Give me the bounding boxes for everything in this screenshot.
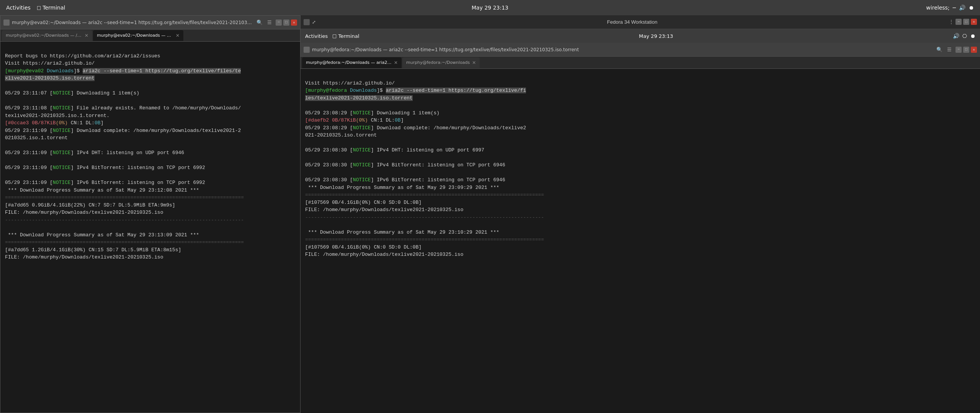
fedora-terminal-indicator: □ Terminal [332,33,359,39]
left-tab-2-close[interactable]: ✕ [176,33,180,38]
left-maximize-button[interactable]: □ [283,20,289,26]
system-datetime: May 29 23:13 [472,5,508,11]
line-notice2: 05/29 23:11:08 [NOTICE] File already exi… [5,105,241,119]
r-line-visit: Visit https://aria2.github.io/ [305,80,395,86]
network-icon[interactable]: ─ [953,5,956,11]
r-line-notice3: 05/29 23:08:30 [NOTICE] IPv4 DHT: listen… [305,147,484,153]
right-maximize-button[interactable]: □ [963,47,969,53]
left-tab-1-label: murphy@eva02:~/Downloads — /home/murphy/… [6,33,82,38]
fedora-window-topbar: ⤢ Fedora 34 Workstation ⋮ − □ ✕ [301,15,980,29]
fedora-close-button[interactable]: ✕ [971,19,977,25]
fedora-top-controls: ⋮ − □ ✕ [949,19,977,25]
fedora-top-left: ⤢ [304,19,316,25]
fedora-bar-right: 🔊 ⎔ ⏺ [953,33,975,39]
left-terminal-content[interactable]: Report bugs to https://github.com/aria2/… [0,42,300,413]
activities-button[interactable]: Activities [6,5,31,11]
right-menu-button[interactable]: ☰ [946,46,953,54]
line-prompt1: [murphy@eva02 Downloads]$ aria2c --seed-… [5,68,241,81]
system-bar: Activities □ Terminal May 29 23:13 wirel… [0,0,980,15]
line-visit: Visit https://aria2.github.io/ [5,60,95,66]
line-file1: FILE: /home/murphy/Downloads/texlive2021… [5,210,163,215]
line-progress1: [#a7dd65 0.9GiB/4.1GiB(22%) CN:7 SD:7 DL… [5,202,175,208]
r-line-notice1: 05/29 23:08:29 [NOTICE] Downloading 1 it… [305,110,439,116]
fedora-terminal-icon: □ [332,33,336,39]
right-window-title: murphy@fedora:~/Downloads — aria2c --see… [312,47,933,52]
left-minimize-button[interactable]: − [276,20,282,26]
right-search-button[interactable]: 🔍 [936,46,943,54]
fedora-activities-button[interactable]: Activities [305,33,328,39]
right-close-button[interactable]: ✕ [971,47,977,53]
fedora-window-icon [304,19,310,25]
fedora-network-icon[interactable]: ⎔ [962,33,967,39]
fedora-power-icon[interactable]: ⏺ [970,33,975,39]
system-bar-left: Activities □ Terminal [6,5,65,11]
fedora-bar-left: Activities □ Terminal [305,33,359,39]
line-summary2: *** Download Progress Summary as of Sat … [5,232,199,238]
r-line-progress1: [#107569 0B/4.1GiB(0%) CN:0 SD:0 DL:0B] [305,200,421,205]
r-line-hash1: [#daefb2 0B/87KiB(0%) CN:1 DL:0B] [305,117,403,123]
windows-container: murphy@eva02:~/Downloads — aria2c --seed… [0,15,980,413]
terminal-window-icon [3,20,10,26]
line-sep1: ========================================… [5,195,244,200]
volume-icon[interactable]: 🔊 [959,5,965,11]
line-summary1: *** Download Progress Summary as of Sat … [5,187,199,193]
left-window-buttons: − □ ✕ [276,20,297,26]
r-line-prompt1: [murphy@fedora Downloads]$ aria2c --seed… [305,88,526,101]
left-tab-2[interactable]: murphy@eva02:~/Downloads — aria2c --seed… [93,30,183,41]
fedora-minimize-button[interactable]: − [956,19,962,25]
right-minimize-button[interactable]: − [956,47,962,53]
right-tab-bar: murphy@fedora:~/Downloads — aria2c --see… [301,57,980,69]
right-tab-2-close[interactable]: ✕ [472,60,476,65]
power-icon[interactable]: ⏺ [969,5,974,11]
line-file2: FILE: /home/murphy/Downloads/texlive2021… [5,254,163,260]
right-window-buttons: − □ ✕ [956,47,977,53]
r-line-notice2: 05/29 23:08:29 [NOTICE] Download complet… [305,125,526,138]
line-hash1: [#0ccae3 0B/87KiB(0%) CN:1 DL:0B] [5,120,103,126]
right-terminal-content[interactable]: Visit https://aria2.github.io/ [murphy@f… [301,69,980,413]
line-notice1: 05/29 23:11:07 [NOTICE] Downloading 1 it… [5,90,139,96]
line-notice6: 05/29 23:11:09 [NOTICE] IPv6 BitTorrent:… [5,180,205,185]
fedora-maximize-button[interactable]: □ [963,19,969,25]
fedora-dots-icon[interactable]: ⋮ [949,19,954,25]
left-tab-1[interactable]: murphy@eva02:~/Downloads — /home/murphy/… [2,30,92,41]
r-line-notice5: 05/29 23:08:30 [NOTICE] IPv6 BitTorrent:… [305,177,505,183]
left-window-title: murphy@eva02:~/Downloads — aria2c --seed… [12,20,253,25]
right-side: ⤢ Fedora 34 Workstation ⋮ − □ ✕ Activiti… [301,15,980,413]
r-line-file1: FILE: /home/murphy/Downloads/texlive2021… [305,207,463,213]
right-titlebar: murphy@fedora:~/Downloads — aria2c --see… [301,43,980,57]
system-bar-center: May 29 23:13 [472,5,508,11]
line-progress2: [#a7dd65 1.2GiB/4.1GiB(30%) CN:15 SD:7 D… [5,247,181,253]
system-bar-right: wireless; ─ 🔊 ⏺ [926,5,974,11]
line-notice3: 05/29 23:11:09 [NOTICE] Download complet… [5,128,241,141]
left-tab-1-close[interactable]: ✕ [85,33,88,38]
right-tab-2[interactable]: murphy@fedora:~/Downloads ✕ [402,57,480,68]
right-tab-1-close[interactable]: ✕ [394,60,398,65]
terminal-left-window: murphy@eva02:~/Downloads — aria2c --seed… [0,15,301,413]
right-tab-1-label: murphy@fedora:~/Downloads — aria2c --see… [306,60,392,65]
fedora-top-title: Fedora 34 Workstation [607,19,657,26]
r-line-sep1: ========================================… [305,192,544,198]
line-notice4: 05/29 23:11:09 [NOTICE] IPv4 DHT: listen… [5,150,184,156]
fedora-expand-icon[interactable]: ⤢ [312,20,316,25]
r-line-notice4: 05/29 23:08:30 [NOTICE] IPv4 BitTorrent:… [305,162,505,168]
left-titlebar: murphy@eva02:~/Downloads — aria2c --seed… [0,16,300,29]
left-close-button[interactable]: ✕ [291,20,297,26]
r-line-file2: FILE: /home/murphy/Downloads/texlive2021… [305,252,463,257]
r-line-summary1: *** Download Progress Summary as of Sat … [305,185,499,190]
fedora-datetime: May 29 23:13 [639,33,673,39]
right-tab-1[interactable]: murphy@fedora:~/Downloads — aria2c --see… [302,57,402,68]
r-line-sep3: ========================================… [305,237,544,242]
terminal-right-window: murphy@fedora:~/Downloads — aria2c --see… [301,43,980,413]
fedora-inner-system-bar: Activities □ Terminal May 29 23:13 🔊 ⎔ ⏺ [301,29,980,43]
line-report-bugs: Report bugs to https://github.com/aria2/… [5,53,160,59]
terminal-icon-small: □ [37,5,41,10]
r-line-summary2: *** Download Progress Summary as of Sat … [305,229,499,235]
left-tab-2-label: murphy@eva02:~/Downloads — aria2c --seed… [97,33,173,38]
right-tab-2-label: murphy@fedora:~/Downloads [406,60,470,65]
right-terminal-icon [304,47,310,53]
left-search-button[interactable]: 🔍 [256,19,263,26]
network-icon[interactable]: wireless; [926,5,949,11]
terminal-indicator: □ Terminal [37,5,65,11]
left-menu-button[interactable]: ☰ [266,19,273,26]
fedora-audio-icon[interactable]: 🔊 [953,33,959,39]
